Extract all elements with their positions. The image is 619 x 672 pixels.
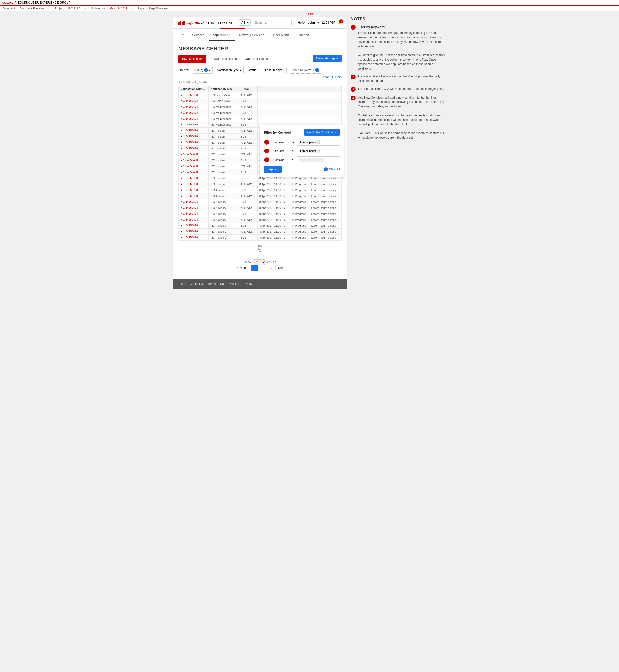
footer-policies-link[interactable]: Policies <box>229 282 239 286</box>
nav-item-user-mgmt[interactable]: User Mgmt <box>269 30 293 40</box>
next-page-button[interactable]: Next <box>275 265 287 271</box>
remove-tag-icon[interactable]: × <box>317 141 318 144</box>
ibx-filter[interactable]: IBX(s) 4 ▾ <box>193 67 213 74</box>
cell-date: 8 Apr 2017, 11:00 PM <box>257 217 290 223</box>
ibx-filter-badge: 4 <box>204 68 208 72</box>
status-filter[interactable]: Status ▾ <box>246 67 261 73</box>
condition-3-type-select[interactable]: Contains <box>271 157 295 163</box>
cell-type: IBX Incident <box>208 151 239 157</box>
cell-num[interactable]: ▶ 1-54250498 <box>179 116 209 122</box>
footer-home-link[interactable]: Home <box>178 282 186 286</box>
notification-type-filter[interactable]: Notification Type ▾ <box>215 67 244 73</box>
nav-item-services[interactable]: Services <box>188 30 209 40</box>
page-3-button[interactable]: 3 <box>267 265 274 271</box>
cell-num[interactable]: ▶ 1-54250498 <box>179 140 209 146</box>
remove-condition-1-button[interactable]: − <box>264 140 269 145</box>
cell-num[interactable]: ▶ 1-54250498 <box>179 146 209 151</box>
cell-num[interactable]: ▶ 1-54250498 <box>179 151 209 157</box>
clear-all-popup-link[interactable]: 2 Clear All <box>324 167 340 171</box>
footer-terms-link[interactable]: Terms of Use <box>208 282 225 286</box>
cell-num[interactable]: ▶ 1-54250498 <box>179 98 209 104</box>
cell-num[interactable]: ▶ 1-54250498 <box>179 229 209 235</box>
cell-desc: Lorem ipsum dolor sit <box>309 211 341 217</box>
cell-num[interactable]: ▶ 1-54250498 <box>179 223 209 229</box>
table-row: ▶ 1-54250498 IBX Advisory SV3 8 Apr 2017… <box>179 223 342 229</box>
cell-num[interactable]: ▶ 1-54250498 <box>179 122 209 128</box>
logo-bar-1 <box>178 21 180 24</box>
footer-privacy-link[interactable]: Privacy <box>243 282 252 286</box>
cell-num[interactable]: ▶ 1-54250498 <box>179 157 209 163</box>
tab-order-notification[interactable]: Order Notification <box>241 55 272 63</box>
cell-num[interactable]: ▶ 1-54250498 <box>179 235 209 241</box>
nav-item-network-services[interactable]: Network Services <box>235 30 269 40</box>
remove-condition-3-button[interactable]: − <box>264 157 269 162</box>
cell-num[interactable]: ▶ 1-54250498 <box>179 217 209 223</box>
cell-num[interactable]: ▶ 1-54250498 <box>179 193 209 199</box>
remove-tag-1-542-icon[interactable]: × <box>308 159 309 161</box>
nav-item-support[interactable]: Support <box>293 30 314 40</box>
page-1-button[interactable]: 1 <box>251 265 258 271</box>
message-center: MESSAGE CENTER IBX Notification Network … <box>173 41 347 279</box>
entries-label: entries <box>267 260 276 264</box>
cell-date: 8 Apr 2017, 11:00 PM <box>257 229 290 235</box>
tab-ibx-notification[interactable]: IBX Notification <box>178 55 206 63</box>
doc-label: Document: <box>2 7 16 10</box>
cell-num[interactable]: ▶ 1-54250498 <box>179 199 209 205</box>
footer-contact-link[interactable]: Contact Us <box>190 282 204 286</box>
nav-item-operations[interactable]: Operations <box>209 29 235 41</box>
remove-condition-2-button[interactable]: − <box>264 149 269 153</box>
cell-ibx: ATL, AT2... <box>239 229 257 235</box>
cell-type: IBX Smart View <box>208 92 239 98</box>
remove-tag-icon[interactable]: × <box>317 150 318 152</box>
cell-status: In Progress <box>290 229 309 235</box>
cell-status: In Progress <box>290 199 309 205</box>
cell-date: 8 Apr 2017, 11:00 PM <box>257 193 290 199</box>
cell-type: IBX Maintenance <box>208 116 239 122</box>
search-scope-select[interactable]: All <box>239 19 251 26</box>
cell-ibx: ATL, AT2... <box>239 163 257 169</box>
cell-num[interactable]: ▶ 1-54250498 <box>179 211 209 217</box>
message-center-title: MESSAGE CENTER <box>178 46 342 52</box>
cell-num[interactable]: ▶ 1-54250498 <box>179 175 209 181</box>
footer: Home Contact Us Terms of Use Policies Pr… <box>173 279 347 289</box>
cell-num[interactable]: ▶ 1-54250498 <box>179 134 209 140</box>
notification-bell[interactable]: 🔔 3 <box>338 21 342 24</box>
cell-num[interactable]: ▶ 1-54250498 <box>179 104 209 110</box>
cell-date <box>257 98 290 104</box>
cell-desc <box>309 92 341 98</box>
cell-num[interactable]: ▶ 1-54250498 <box>179 205 209 211</box>
add-new-condition-button[interactable]: + Add New Condition 4 <box>304 129 340 136</box>
cell-status: In Progress <box>290 187 309 193</box>
cell-num[interactable]: ▶ 1-54250498 <box>179 92 209 98</box>
filter-popup: Filter by Keyword + Add New Condition 4 … <box>260 125 344 177</box>
cell-num[interactable]: ▶ 1-54250498 <box>179 128 209 134</box>
cell-num[interactable]: ▶ 1-54250498 <box>179 181 209 187</box>
show-entries-select[interactable]: 25 10 50 100 <box>253 259 266 265</box>
cell-ibx: SV3 <box>239 169 257 175</box>
clear-all-filters-link[interactable]: Clear All Filters <box>322 75 342 79</box>
tab-network-notification[interactable]: Network Notification <box>206 55 241 63</box>
note-text-4b: Contains - These are keywords that are c… <box>357 113 446 127</box>
cell-num[interactable]: ▶ 1-54250498 <box>179 187 209 193</box>
note-text-2: There is a clear all with in each of the… <box>357 74 446 83</box>
condition-2-type-select[interactable]: Excludes <box>271 148 295 154</box>
home-nav-icon[interactable]: ⌂ <box>178 29 188 41</box>
page-2-button[interactable]: 2 <box>259 265 266 271</box>
add-keyword-button[interactable]: Add a Keyword + 1 <box>289 67 322 74</box>
cell-num[interactable]: ▶ 1-54250498 <box>179 169 209 175</box>
cell-type: IBX Incident <box>208 157 239 163</box>
note-num-3: 3 <box>351 87 355 92</box>
previous-page-button[interactable]: Previous <box>233 265 250 271</box>
chevron-down-icon[interactable]: ▾ <box>318 21 319 24</box>
apply-button[interactable]: Apply <box>264 166 281 173</box>
cell-num[interactable]: ▶ 1-54250498 <box>179 110 209 116</box>
generate-report-button[interactable]: Generate Report <box>313 55 342 62</box>
search-input[interactable] <box>252 19 292 25</box>
cell-date: 8 Apr 2017, 11:00 PM <box>257 211 290 217</box>
condition-1-type-select[interactable]: Contains <box>271 139 295 145</box>
col-date <box>257 86 290 92</box>
note-content-4: 'Add New Condition' will add a new condi… <box>357 95 446 140</box>
cell-num[interactable]: ▶ 1-54250498 <box>179 163 209 169</box>
remove-tag-1-543-icon[interactable]: × <box>321 159 322 161</box>
date-filter[interactable]: Last 30 days ▾ <box>263 67 287 73</box>
